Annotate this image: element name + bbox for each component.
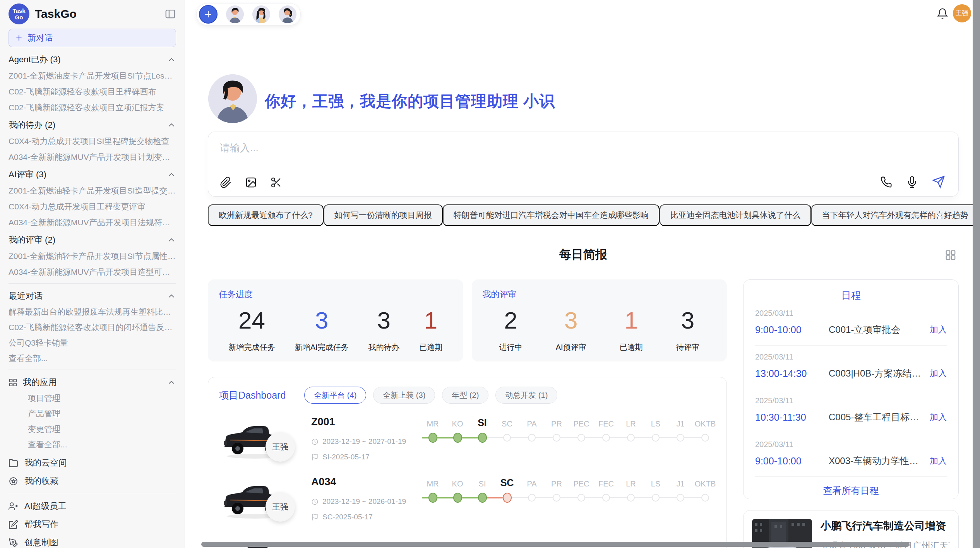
join-meeting-link[interactable]: 加入 bbox=[930, 324, 947, 336]
stat: 3待评审 bbox=[676, 307, 699, 353]
sidebar-item-app[interactable]: 产品管理 bbox=[28, 408, 176, 419]
chevron-up-icon[interactable] bbox=[167, 378, 176, 387]
sidebar-item[interactable]: Z001-全新燃油皮卡产品开发项目SI节点Lesson Learn报告 bbox=[9, 70, 176, 81]
milestone-dot-area bbox=[544, 428, 569, 447]
milestone-dot-area bbox=[544, 488, 569, 507]
milestone: MR bbox=[420, 474, 445, 507]
sidebar-item[interactable]: C02-飞腾新能源轻客改款项目立项汇报方案 bbox=[9, 102, 176, 113]
suggestion-chip[interactable]: 如何写一份清晰的项目周报 bbox=[324, 204, 443, 226]
sidebar-item-cloud-space[interactable]: 我的云空间 bbox=[9, 457, 176, 468]
chevron-up-icon[interactable] bbox=[167, 235, 176, 245]
sidebar-item[interactable]: C02-飞腾新能源轻客改款项目里程碑画布 bbox=[9, 86, 176, 97]
chevron-up-icon[interactable] bbox=[167, 170, 176, 179]
schedule-date: 2025/03/11 bbox=[755, 440, 947, 449]
layout-grid-icon[interactable] bbox=[945, 249, 956, 261]
users-icon bbox=[9, 502, 18, 511]
milestone-track: MRKOSISCPAPRPECFECLRLSJ1OKTB bbox=[420, 414, 718, 473]
project-dashboard-card: 项目Dashboard 全新平台 (4)全新上装 (3)年型 (2)动总开发 (… bbox=[208, 377, 727, 548]
sidebar-item[interactable]: Z001-全新燃油轻卡产品开发项目SI造型提交物评审 bbox=[9, 185, 176, 196]
sidebar: Task Go TaskGo 新对话 Agent已办 (3)Z001-全新燃油皮… bbox=[0, 0, 185, 548]
dashboard-tab[interactable]: 年型 (2) bbox=[442, 387, 488, 404]
sidebar-item[interactable]: C0X4-动力总成开发项目SI里程碑提交物检查 bbox=[9, 136, 176, 146]
truck-image: 王强 bbox=[219, 414, 311, 473]
collapse-sidebar-icon[interactable] bbox=[164, 8, 176, 20]
sidebar-item-recent-chat[interactable]: C02-飞腾新能源轻客改款项目的闭环通告反馈情况 bbox=[9, 322, 176, 332]
sidebar-item-ai-super-staff[interactable]: AI超级员工 bbox=[9, 501, 176, 512]
sidebar-item-recent-chat[interactable]: 解释最新出台的欧盟报废车法规再生塑料比例被调至15%... bbox=[9, 307, 176, 317]
sidebar-section: AI评审 (3)Z001-全新燃油轻卡产品开发项目SI造型提交物评审C0X4-动… bbox=[9, 169, 176, 228]
project-row: 王强Z0012023-12-19 ~ 2027-01-19SI-2025-05-… bbox=[219, 414, 716, 473]
sidebar-item-app[interactable]: 查看全部... bbox=[28, 439, 176, 450]
suggestion-chip[interactable]: 特朗普可能对进口汽车增税会对中国车企造成哪些影响 bbox=[443, 204, 660, 226]
join-meeting-link[interactable]: 加入 bbox=[930, 368, 947, 379]
horizontal-scrollbar[interactable] bbox=[201, 542, 910, 547]
milestone: PA bbox=[519, 474, 544, 507]
milestone-dot-area bbox=[445, 428, 470, 447]
sidebar-section-recent: 最近对话解释最新出台的欧盟报废车法规再生塑料比例被调至15%...C02-飞腾新… bbox=[9, 291, 176, 363]
add-agent-button[interactable] bbox=[199, 5, 218, 24]
sidebar-item-recent-chat[interactable]: 公司Q3轻卡销量 bbox=[9, 337, 176, 348]
sidebar-item[interactable]: A034-全新新能源MUV产品开发项目计划变更表编写 bbox=[9, 152, 176, 162]
view-all-schedule-link[interactable]: 查看所有日程 bbox=[755, 485, 947, 497]
microphone-icon[interactable] bbox=[906, 176, 918, 188]
stat-card: 我的评审2进行中3AI预评审1已逾期3待评审 bbox=[472, 279, 727, 361]
paperclip-icon[interactable] bbox=[220, 176, 232, 188]
milestone: PR bbox=[544, 414, 569, 447]
sidebar-item-help-write[interactable]: 帮我写作 bbox=[9, 519, 176, 530]
cloud-space-label: 我的云空间 bbox=[24, 457, 67, 469]
sidebar-item-app[interactable]: 项目管理 bbox=[28, 393, 176, 403]
join-meeting-link[interactable]: 加入 bbox=[930, 411, 947, 423]
sidebar-section-title: 我的待办 (2) bbox=[9, 119, 167, 131]
chevron-up-icon[interactable] bbox=[167, 291, 176, 301]
agent-avatar-2[interactable] bbox=[252, 5, 270, 23]
schedule-name: C001-立项审批会 bbox=[829, 324, 925, 336]
sidebar-item[interactable]: Z001-全新燃油轻卡产品开发项目SI节点属性5D文件评审 bbox=[9, 251, 176, 261]
dashboard-tab[interactable]: 全新平台 (4) bbox=[304, 387, 366, 404]
dashboard-tab[interactable]: 动总开发 (1) bbox=[495, 387, 557, 404]
sidebar-item-my-apps[interactable]: 我的应用 bbox=[9, 377, 176, 388]
sidebar-item-favorites[interactable]: 我的收藏 bbox=[9, 476, 176, 486]
user-name: 王强 bbox=[956, 9, 968, 17]
new-chat-button[interactable]: 新对话 bbox=[9, 29, 176, 47]
sidebar-body: Agent已办 (3)Z001-全新燃油皮卡产品开发项目SI节点Lesson L… bbox=[0, 54, 185, 548]
suggestion-chip[interactable]: 当下年轻人对汽车外观有怎样的喜好趋势 bbox=[811, 204, 979, 226]
join-meeting-link[interactable]: 加入 bbox=[930, 455, 947, 467]
chevron-up-icon[interactable] bbox=[167, 55, 176, 64]
user-avatar[interactable]: 王强 bbox=[953, 4, 971, 22]
sidebar-item[interactable]: C0X4-动力总成开发项目工程变更评审 bbox=[9, 201, 176, 212]
agent-avatar-3[interactable] bbox=[279, 5, 296, 23]
vertical-scrollbar[interactable] bbox=[973, 0, 980, 548]
image-icon[interactable] bbox=[245, 176, 257, 188]
sidebar-item-app[interactable]: 变更管理 bbox=[28, 424, 176, 434]
milestone-dot-area bbox=[618, 428, 643, 447]
stat-value: 3 bbox=[368, 307, 399, 334]
milestone: LS bbox=[643, 414, 668, 447]
schedule-time: 10:30-11:30 bbox=[755, 412, 829, 423]
notifications-bell-icon[interactable] bbox=[937, 8, 948, 19]
suggestion-chip[interactable]: 欧洲新规最近颁布了什么? bbox=[208, 204, 324, 226]
sidebar-item-recent-chat[interactable]: 查看全部... bbox=[9, 353, 176, 363]
send-icon[interactable] bbox=[932, 175, 945, 188]
dashboard-tab[interactable]: 全新上装 (3) bbox=[373, 387, 435, 404]
milestone-dot-area bbox=[594, 428, 618, 447]
schedule-item-row: 13:00-14:30C003|H0B-方案冻结评审加入 bbox=[755, 367, 947, 380]
milestone-dot-area bbox=[569, 488, 594, 507]
suggestion-chip[interactable]: 比亚迪全固态电池计划具体说了什么 bbox=[660, 204, 811, 226]
schedule-item: 2025/03/1113:00-14:30C003|H0B-方案冻结评审加入 bbox=[755, 346, 947, 389]
chevron-up-icon[interactable] bbox=[167, 120, 176, 130]
agent-avatar-1[interactable] bbox=[226, 5, 244, 23]
phone-call-icon[interactable] bbox=[880, 176, 892, 188]
scissors-icon[interactable] bbox=[270, 176, 282, 188]
sidebar-item-creative-drawing[interactable]: 创意制图 bbox=[9, 537, 176, 548]
flag-icon bbox=[311, 454, 319, 461]
schedule-name: C003|H0B-方案冻结评审 bbox=[829, 367, 925, 380]
news-title: 小鹏飞行汽车制造公司增资 bbox=[821, 519, 950, 533]
milestone: MR bbox=[420, 414, 445, 447]
sidebar-item[interactable]: A034-全新新能源MUV产品开发项目法规符合性评审 bbox=[9, 217, 176, 228]
sidebar-section-title: AI评审 (3) bbox=[9, 169, 167, 180]
project-info: Z0012023-12-19 ~ 2027-01-19SI-2025-05-17 bbox=[311, 414, 420, 473]
favorites-label: 我的收藏 bbox=[24, 475, 58, 487]
composer-input[interactable] bbox=[220, 142, 947, 154]
sidebar-item[interactable]: A034-全新新能源MUV产品开发项目造型可行性评审 bbox=[9, 267, 176, 277]
milestone-dot bbox=[503, 493, 512, 503]
